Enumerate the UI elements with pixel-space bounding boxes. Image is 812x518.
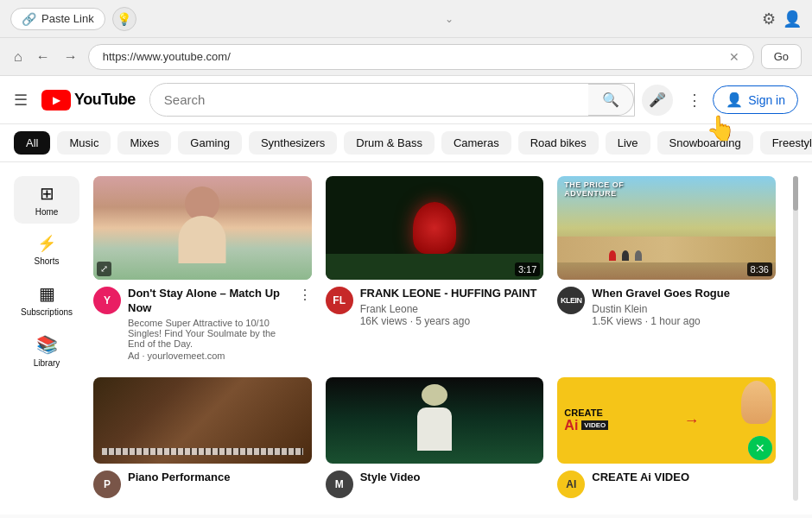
thumbnail-1: ⤢ xyxy=(93,176,312,280)
link-icon: 🔗 xyxy=(22,12,36,26)
paste-link-button[interactable]: 🔗 Paste Link xyxy=(10,8,105,30)
video-meta-3: When Gravel Goes Rogue Dustin Klein 1.5K… xyxy=(592,287,776,327)
lightbulb-icon: 💡 xyxy=(117,12,131,26)
chevron-down-icon[interactable]: ⌄ xyxy=(445,11,454,27)
forward-button[interactable]: → xyxy=(60,46,81,68)
video-title-5: Style Video xyxy=(360,471,544,485)
sidebar-shorts-label: Shorts xyxy=(35,256,60,266)
video-card-2[interactable]: 3:17 FL FRANK LEONE - HUFFING PAINT Fran… xyxy=(326,176,544,363)
lightbulb-button[interactable]: 💡 xyxy=(112,7,136,31)
scrollbar-thumb[interactable] xyxy=(793,176,798,211)
search-input[interactable] xyxy=(150,85,588,114)
video-info-4: P Piano Performance xyxy=(93,471,312,498)
video-info-6: AI CREATE Ai VIDEO xyxy=(557,471,776,498)
mic-icon: 🎤 xyxy=(649,92,666,108)
sidebar-home-label: Home xyxy=(35,207,59,217)
main-content: ⊞ Home ⚡ Shorts ▦ Subscriptions 📚 Librar… xyxy=(0,162,812,515)
sidebar-item-shorts[interactable]: ⚡ Shorts xyxy=(14,227,79,273)
chip-all[interactable]: All xyxy=(14,131,50,155)
chip-snowboarding[interactable]: Snowboarding xyxy=(657,131,753,155)
thumbnail-6: CREATE Ai VIDEO → ✕ xyxy=(557,377,776,464)
home-icon: ⊞ xyxy=(40,183,54,204)
chip-mixes[interactable]: Mixes xyxy=(117,131,171,155)
go-button[interactable]: Go xyxy=(761,44,802,69)
gear-icon[interactable]: ⚙ xyxy=(762,9,776,28)
video-card-5[interactable]: M Style Video xyxy=(326,377,544,501)
video-grid: ⤢ Y Don't Stay Alone – Match Up Now Beco… xyxy=(93,176,776,501)
sidebar-subscriptions-label: Subscriptions xyxy=(21,307,73,317)
thumbnail-5 xyxy=(326,377,544,464)
more-options-button[interactable]: ⋮ xyxy=(687,91,702,110)
sign-in-label: Sign in xyxy=(748,93,785,107)
back-button[interactable]: ← xyxy=(33,46,54,68)
subscriptions-icon: ▦ xyxy=(39,283,55,304)
url-clear-icon[interactable]: ✕ xyxy=(729,50,739,64)
chip-freestyle-rap[interactable]: Freestyle Rap xyxy=(760,131,812,155)
video-info-5: M Style Video xyxy=(326,471,544,498)
video-more-1[interactable]: ⋮ xyxy=(298,287,312,361)
sidebar-item-home[interactable]: ⊞ Home xyxy=(14,176,79,224)
youtube-logo[interactable]: YouTube xyxy=(41,90,136,111)
account-circle-icon: 👤 xyxy=(726,92,743,108)
mic-button[interactable]: 🎤 xyxy=(642,85,673,116)
youtube-header: ☰ YouTube 🔍 🎤 ⋮ 👤 Sign in xyxy=(0,76,812,124)
scrollbar[interactable] xyxy=(793,176,798,501)
top-bar-right: ⚙ 👤 xyxy=(762,9,802,28)
thumbnail-2: 3:17 xyxy=(326,176,544,280)
expand-icon-1: ⤢ xyxy=(97,262,111,276)
channel-name-3: Dustin Klein xyxy=(592,303,776,315)
chip-synthesizers[interactable]: Synthesizers xyxy=(249,131,337,155)
channel-name-2: Frank Leone xyxy=(360,303,544,315)
thumbnail-3: THE PRICE OFADVENTURE 8:36 xyxy=(557,176,776,280)
video-info-2: FL FRANK LEONE - HUFFING PAINT Frank Leo… xyxy=(326,287,544,327)
shorts-icon: ⚡ xyxy=(37,234,56,253)
header-actions: ⋮ 👤 Sign in xyxy=(687,85,798,114)
chip-gaming[interactable]: Gaming xyxy=(178,131,242,155)
channel-avatar-6: AI xyxy=(557,471,585,498)
chip-drum-bass[interactable]: Drum & Bass xyxy=(344,131,435,155)
search-button[interactable]: 🔍 xyxy=(588,84,634,116)
video-card-1[interactable]: ⤢ Y Don't Stay Alone – Match Up Now Beco… xyxy=(93,176,312,363)
youtube-logo-text: YouTube xyxy=(74,91,136,109)
sidebar: ⊞ Home ⚡ Shorts ▦ Subscriptions 📚 Librar… xyxy=(14,176,79,501)
top-bar: 🔗 Paste Link 💡 ⌄ ⚙ 👤 xyxy=(0,0,812,38)
chip-music[interactable]: Music xyxy=(57,131,111,155)
search-input-wrap: 🔍 xyxy=(149,83,635,117)
video-title-2: FRANK LEONE - HUFFING PAINT xyxy=(360,287,544,301)
video-meta-5: Style Video xyxy=(360,471,544,498)
channel-avatar-5: M xyxy=(326,471,353,498)
hamburger-menu[interactable]: ☰ xyxy=(14,91,28,110)
channel-avatar-4: P xyxy=(93,471,121,498)
home-button[interactable]: ⌂ xyxy=(10,46,26,68)
chip-road-bikes[interactable]: Road bikes xyxy=(518,131,599,155)
top-bar-left: 🔗 Paste Link 💡 xyxy=(10,7,136,31)
url-text: https://www.youtube.com/ xyxy=(103,50,231,63)
sign-in-button[interactable]: 👤 Sign in xyxy=(713,85,798,114)
person-icon[interactable]: 👤 xyxy=(783,9,802,28)
channel-avatar-1: Y xyxy=(93,287,121,314)
video-card-6[interactable]: CREATE Ai VIDEO → ✕ AI CREATE Ai xyxy=(557,377,776,501)
chip-live[interactable]: Live xyxy=(606,131,650,155)
video-meta-4: Piano Performance xyxy=(128,471,312,498)
sidebar-library-label: Library xyxy=(34,358,60,368)
channel-avatar-2: FL xyxy=(326,287,353,314)
video-meta-2: FRANK LEONE - HUFFING PAINT Frank Leone … xyxy=(360,287,544,327)
video-card-4[interactable]: P Piano Performance xyxy=(93,377,312,501)
video-title-1: Don't Stay Alone – Match Up Now xyxy=(128,287,291,316)
video-title-4: Piano Performance xyxy=(128,471,312,485)
filter-chips: All Music Mixes Gaming Synthesizers Drum… xyxy=(0,124,812,162)
video-meta-1: Don't Stay Alone – Match Up Now Become S… xyxy=(128,287,291,361)
video-stats-2: 16K views · 5 years ago xyxy=(360,315,544,327)
ad-badge-1: Become Super Attractive to 10/10 Singles… xyxy=(128,318,291,349)
duration-badge-3: 8:36 xyxy=(747,262,772,276)
video-card-3[interactable]: THE PRICE OFADVENTURE 8:36 KLEIN When Gr… xyxy=(557,176,776,363)
sidebar-item-subscriptions[interactable]: ▦ Subscriptions xyxy=(14,276,79,324)
video-title-6: CREATE Ai VIDEO xyxy=(592,471,776,485)
browser-bar: ⌂ ← → https://www.youtube.com/ ✕ Go xyxy=(0,38,812,76)
video-title-3: When Gravel Goes Rogue xyxy=(592,287,776,301)
sidebar-item-library[interactable]: 📚 Library xyxy=(14,327,79,375)
url-bar[interactable]: https://www.youtube.com/ ✕ xyxy=(88,44,754,70)
chip-cameras[interactable]: Cameras xyxy=(441,131,511,155)
video-info-1: Y Don't Stay Alone – Match Up Now Become… xyxy=(93,287,312,361)
green-close-badge[interactable]: ✕ xyxy=(748,436,772,460)
